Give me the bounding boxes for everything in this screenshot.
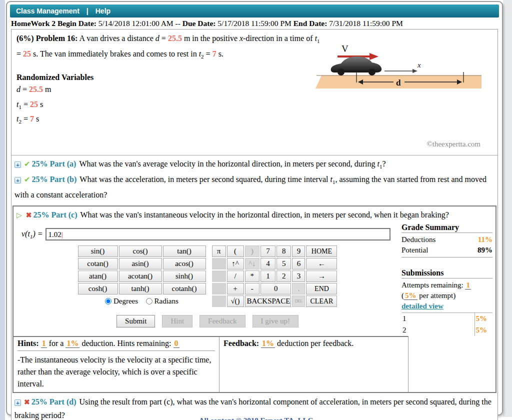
submission-history-table: 1 5% 2 5%: [402, 312, 492, 336]
date-separator: --: [176, 19, 180, 28]
hints-count: 1: [41, 339, 47, 348]
key-clear[interactable]: CLEAR: [306, 296, 337, 307]
potential-value: 89%: [478, 245, 492, 256]
hints-feedback-section: Hints: 1 for a 1% deduction. Hints remai…: [14, 336, 408, 392]
key-exponent-down: ^↓: [245, 258, 260, 270]
key-atan[interactable]: atan(): [78, 270, 118, 282]
page-right-margin: [503, 0, 512, 417]
key-cotan[interactable]: cotan(): [78, 258, 118, 270]
radians-radio[interactable]: Radians: [146, 297, 178, 305]
key-sqrt[interactable]: √(): [227, 296, 244, 307]
expand-icon[interactable]: +: [14, 162, 21, 168]
key-asin[interactable]: asin(): [119, 258, 162, 270]
keypad-filler: [212, 270, 226, 282]
part-a-row: +✔25% Part (a)What was the van's average…: [14, 158, 494, 173]
detailed-view-link[interactable]: detailed view: [402, 302, 444, 310]
footer-copyright: All content © 2018 Expert TA, LLC: [0, 416, 512, 420]
part-a-label[interactable]: 25% Part (a): [32, 160, 76, 168]
degrees-radio[interactable]: Degrees: [105, 297, 138, 305]
nav-help[interactable]: Help: [96, 7, 110, 15]
top-navbar: Class Management | Help: [10, 4, 499, 18]
keypad-filler: [212, 296, 226, 307]
key-exponent-up[interactable]: ↑^: [227, 258, 244, 270]
part-d-label[interactable]: 25% Part (d): [32, 398, 76, 406]
action-buttons-row: Submit Hint Feedback I give up!: [14, 315, 402, 328]
feedback-pct: 1%: [261, 339, 275, 348]
page-left-margin: [0, 0, 5, 420]
attempts-remaining: Attempts remaining: 1(5% per attempt)det…: [402, 280, 492, 312]
key-tan[interactable]: tan(): [163, 246, 206, 257]
part-c-label[interactable]: 25% Part (c): [34, 210, 78, 219]
wrong-answer-icon: ✖: [26, 212, 32, 219]
answer-input[interactable]: 1.02|: [46, 228, 390, 240]
key-acos[interactable]: acos(): [163, 258, 206, 270]
key-open-paren[interactable]: (: [227, 246, 244, 257]
expand-icon[interactable]: +: [14, 177, 21, 184]
problem-statement: (6%) Problem 16: A van drives a distance…: [16, 32, 326, 63]
keypad-filler: [212, 258, 226, 270]
key-plus[interactable]: +: [227, 283, 244, 294]
key-5[interactable]: 5: [276, 258, 292, 270]
nav-separator: |: [86, 7, 88, 15]
end-date-value: 7/31/2018 11:59:00 PM: [329, 19, 403, 28]
key-acotan[interactable]: acotan(): [119, 270, 162, 282]
key-end[interactable]: END: [306, 283, 337, 294]
part-b-row: +✔25% Part (b)What was the acceleration,…: [14, 173, 494, 201]
key-minus[interactable]: -: [245, 283, 260, 294]
key-1[interactable]: 1: [260, 270, 276, 282]
key-cos[interactable]: cos(): [119, 246, 162, 257]
key-cosh[interactable]: cosh(): [78, 283, 118, 294]
part-b-label[interactable]: 25% Part (b): [32, 175, 77, 184]
hints-header: Hints: 1 for a 1% deduction. Hints remai…: [18, 339, 215, 348]
begin-date-value: 5/14/2018 12:01:00 AM: [98, 19, 174, 28]
give-up-button: I give up!: [252, 315, 298, 328]
key-8[interactable]: 8: [276, 246, 292, 257]
key-backspace[interactable]: BACKSPACE: [245, 296, 292, 307]
due-date-value: 5/17/2018 11:59:00 PM: [218, 19, 292, 28]
part-a-question: What was the van's average velocity in t…: [79, 160, 386, 168]
key-divide[interactable]: /: [227, 270, 244, 282]
velocity-label: V: [342, 44, 348, 54]
key-tanh[interactable]: tanh(): [119, 283, 162, 294]
deductions-row: Deductions 11%: [402, 234, 492, 245]
copyright-watermark: ©theexpertta.com: [426, 140, 480, 148]
key-del: DEL: [292, 296, 305, 307]
numeric-pad: π ( ) 7 8 9 HOME ↑^: [211, 244, 338, 308]
homework-bar: HomeWork 2 Begin Date: 5/14/2018 12:01:0…: [10, 18, 499, 29]
answer-row: v(t1) = 1.02|: [22, 228, 402, 240]
key-4[interactable]: 4: [260, 258, 276, 270]
problem-container: (6%) Problem 16: A van drives a distance…: [11, 29, 498, 420]
per-attempt-value: 5%: [404, 292, 418, 300]
key-2[interactable]: 2: [276, 270, 292, 282]
table-row: 2 5%: [402, 324, 492, 336]
key-multiply[interactable]: *: [245, 270, 260, 282]
part-c-workspace: v(t1) = 1.02| sin() cos() tan(): [14, 223, 496, 336]
keypad-filler: [212, 283, 226, 294]
table-row: 1 5%: [402, 313, 492, 325]
submit-button[interactable]: Submit: [116, 315, 155, 328]
key-7[interactable]: 7: [260, 246, 276, 257]
problem-section: (6%) Problem 16: A van drives a distance…: [12, 30, 498, 156]
expand-icon[interactable]: +: [14, 400, 21, 406]
nav-class-management[interactable]: Class Management: [16, 7, 80, 15]
attempts-value: 1: [465, 281, 471, 290]
key-9[interactable]: 9: [292, 246, 305, 257]
hints-remaining: 0: [174, 339, 180, 348]
answer-label: v(t1) =: [22, 230, 43, 240]
key-0[interactable]: 0: [260, 283, 291, 294]
key-3[interactable]: 3: [292, 270, 305, 282]
key-backspace-arrow[interactable]: ←: [306, 258, 337, 270]
key-right-arrow[interactable]: →: [306, 270, 337, 282]
key-home[interactable]: HOME: [306, 246, 337, 257]
due-date-label: Due Date:: [182, 19, 216, 28]
begin-date-label: Begin Date:: [58, 19, 96, 28]
collapse-triangle-icon[interactable]: ▷: [16, 212, 22, 219]
hints-pct: 1%: [66, 339, 80, 348]
key-pi[interactable]: π: [212, 246, 226, 257]
x-axis-label: x: [417, 61, 421, 69]
key-sinh[interactable]: sinh(): [163, 270, 206, 282]
part-c-row: ▷✖25% Part (c)What was the van's instant…: [14, 206, 496, 223]
key-cotanh[interactable]: cotanh(): [163, 283, 206, 294]
key-6[interactable]: 6: [292, 258, 305, 270]
key-sin[interactable]: sin(): [78, 246, 118, 257]
